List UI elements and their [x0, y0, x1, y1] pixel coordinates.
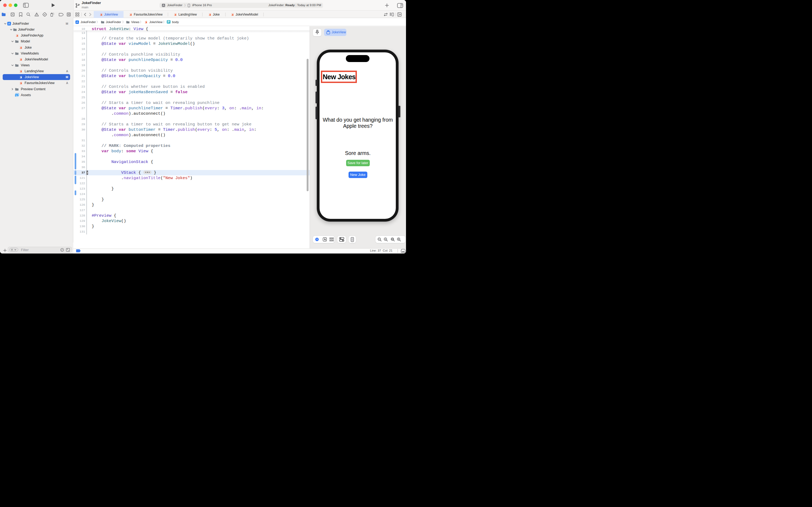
svg-text:1: 1 — [385, 238, 386, 240]
